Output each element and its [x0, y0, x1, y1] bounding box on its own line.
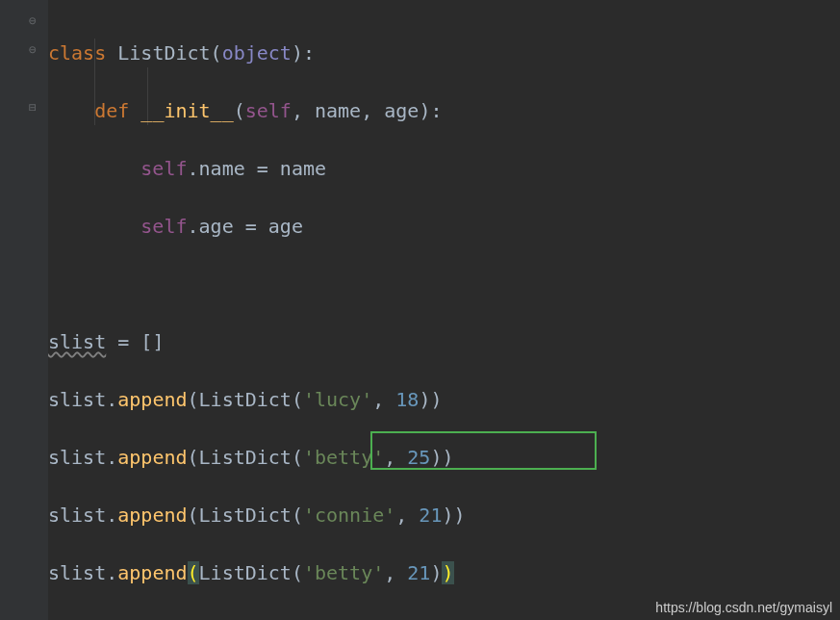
number-18: 18 — [395, 388, 419, 411]
code-line: slist.append(ListDict('lucy', 18)) — [48, 385, 840, 414]
class-call: ListDict — [199, 504, 292, 527]
class-call: ListDict — [199, 446, 292, 469]
watermark-text: https://blog.csdn.net/gymaisyl — [655, 600, 832, 615]
var-slist: slist — [48, 561, 106, 584]
paren-highlight: ) — [442, 561, 453, 584]
code-line: slist.append(ListDict('connie', 21)) — [48, 501, 840, 530]
rhs-name: name — [280, 157, 326, 180]
self-param: self — [245, 99, 292, 122]
keyword-def: def — [94, 99, 129, 122]
editor-gutter: ⊖ ⊖ ⊟ — [0, 0, 48, 620]
rhs-age: age — [268, 215, 303, 238]
method-append: append — [117, 446, 187, 469]
string-lucy: 'lucy' — [303, 388, 372, 411]
var-slist: slist — [48, 388, 106, 411]
class-call: ListDict — [199, 388, 292, 411]
builtin-object: object — [222, 41, 292, 65]
number-21: 21 — [419, 504, 442, 527]
string-connie: 'connie' — [303, 504, 395, 527]
self-ref: self — [140, 157, 187, 180]
method-append: append — [117, 561, 187, 584]
code-line — [48, 270, 840, 298]
attr-age: age — [199, 215, 234, 238]
code-block: class ListDict(object): def __init__(sel… — [48, 10, 840, 620]
code-line: slist = [] — [48, 327, 840, 356]
method-append: append — [117, 388, 187, 411]
number-21b: 21 — [407, 561, 430, 584]
method-append: append — [117, 504, 187, 527]
code-line: self.age = age — [48, 212, 840, 241]
keyword-class: class — [48, 41, 106, 65]
param-age: age — [384, 99, 419, 122]
fold-icon[interactable]: ⊖ — [29, 42, 37, 57]
var-slist: slist — [48, 504, 106, 527]
paren-highlight: ( — [188, 561, 199, 584]
param-name: name — [315, 99, 361, 122]
code-line: class ListDict(object): — [48, 39, 840, 67]
code-line: def __init__(self, name, age): — [48, 96, 840, 125]
string-betty2: 'betty' — [303, 561, 384, 584]
code-line: slist.append(ListDict('betty', 21)) — [48, 558, 840, 587]
class-call: ListDict — [199, 561, 292, 584]
attr-name: name — [199, 157, 245, 180]
code-line — [48, 616, 840, 620]
class-name: ListDict — [117, 41, 210, 65]
fold-end-icon[interactable]: ⊟ — [29, 100, 37, 115]
var-slist: slist — [48, 330, 106, 353]
function-name: __init__ — [140, 99, 233, 122]
var-slist: slist — [48, 446, 106, 469]
self-ref: self — [140, 215, 187, 238]
highlight-box — [370, 431, 597, 470]
fold-icon[interactable]: ⊖ — [29, 13, 37, 28]
empty-list: [] — [140, 330, 164, 353]
code-line: self.name = name — [48, 154, 840, 183]
